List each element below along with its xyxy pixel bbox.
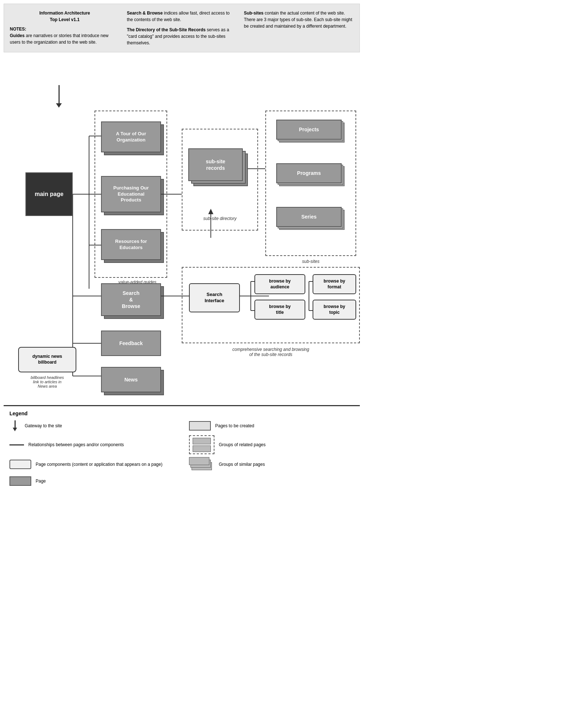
browse-topic-label: browse bytopic xyxy=(323,304,345,315)
legend-item-page-components: Page components (content or application … xyxy=(9,457,174,472)
legend-dashed-inner-2 xyxy=(193,445,211,452)
subsites-label: sub-sites xyxy=(265,259,356,264)
arrow-line xyxy=(59,85,60,103)
legend-line-icon xyxy=(9,444,24,445)
legend-title: Legend xyxy=(9,411,354,416)
legend-white-box-icon xyxy=(9,460,31,469)
series-box[interactable]: Series xyxy=(276,207,342,227)
notes-col-1: Information ArchitectureTop Level v1.1 N… xyxy=(10,10,120,46)
legend-gray-box-icon xyxy=(9,476,31,486)
legend-page-components-text: Page components (content or application … xyxy=(36,462,162,467)
notes-col-2: Search & Browse indices allow fast, dire… xyxy=(127,10,237,46)
search-browse-label: Search&Browse xyxy=(122,290,140,310)
browse-title-box[interactable]: browse bytitle xyxy=(254,300,305,320)
legend-white-box xyxy=(9,460,31,469)
guide-box-tour[interactable]: A Tour of OurOrganization xyxy=(101,121,161,152)
legend-pages-create-text: Pages to be created xyxy=(215,423,254,428)
legend-arrow-line xyxy=(15,420,16,428)
browse-topic-box[interactable]: browse bytopic xyxy=(313,300,356,320)
programs-label: Programs xyxy=(297,170,321,176)
legend-horiz-line xyxy=(9,444,24,445)
notes-col3-p1: Sub-sites contain the actual content of … xyxy=(244,10,354,29)
notes-title: Information ArchitectureTop Level v1.1 xyxy=(10,10,120,23)
feedback-label: Feedback xyxy=(119,340,143,347)
main-page-box[interactable]: main page xyxy=(25,172,73,216)
projects-label: Projects xyxy=(299,126,319,133)
browse-format-box[interactable]: browse byformat xyxy=(313,274,356,294)
legend-dashed-group-icon xyxy=(189,435,214,454)
legend-dashed-inner-1 xyxy=(193,438,211,444)
subsites-bold: Sub-sites xyxy=(244,11,264,16)
programs-box[interactable]: Programs xyxy=(276,163,342,183)
search-caption: comprehensive searching and browsingof t… xyxy=(182,347,360,357)
news-box[interactable]: News xyxy=(101,367,161,392)
gateway-arrow xyxy=(55,85,63,108)
guides-bold: Guides xyxy=(10,33,25,38)
search-browse-bold: Search & Browse xyxy=(127,11,163,16)
subsite-records-label: sub-siterecords xyxy=(206,158,225,171)
dynamic-news-label: dynamic newsbillboard xyxy=(32,354,62,365)
guide-tour-label: A Tour of OurOrganization xyxy=(116,131,146,143)
guide-box-educators[interactable]: Resources forEducators xyxy=(101,229,161,260)
legend-item-groups-similar: Groups of similar pages xyxy=(189,457,354,472)
subsite-records-box[interactable]: sub-siterecords xyxy=(188,148,243,181)
search-interface-box[interactable]: SearchInterface xyxy=(189,283,240,312)
legend-light-box-icon xyxy=(189,421,211,431)
legend-gray-box xyxy=(9,476,31,486)
notes-section: Information ArchitectureTop Level v1.1 N… xyxy=(4,4,360,52)
directory-bold: The Directory of the Sub-Site Records xyxy=(127,27,206,32)
legend-relationships-text: Relationships between pages and/or compo… xyxy=(28,442,124,447)
legend-groups-related-text: Groups of related pages xyxy=(219,442,266,447)
dynamic-news-caption: billboard headlineslink to articles inNe… xyxy=(11,375,84,388)
legend-item-page: Page xyxy=(9,475,174,488)
arrow-head xyxy=(56,103,62,108)
notes-col-3: Sub-sites contain the actual content of … xyxy=(244,10,354,46)
legend-gateway-text: Gateway to the site xyxy=(25,423,62,428)
legend-item-groups-related: Groups of related pages xyxy=(189,435,354,454)
guide-box-purchasing[interactable]: Purchasing OurEducationalProducts xyxy=(101,176,161,212)
legend-stack-page-1 xyxy=(189,457,209,465)
notes-col2-p2: The Directory of the Sub-Site Records se… xyxy=(127,27,237,46)
legend-item-pages-to-create: Pages to be created xyxy=(189,419,354,432)
feedback-box[interactable]: Feedback xyxy=(101,331,161,356)
diagram-section: main page dynamic newsbillboard billboar… xyxy=(4,56,360,401)
legend-item-relationships: Relationships between pages and/or compo… xyxy=(9,435,174,454)
legend-stack-icon xyxy=(189,457,214,472)
series-label: Series xyxy=(301,213,317,220)
browse-title-label: browse bytitle xyxy=(269,304,290,315)
legend-item-gateway: Gateway to the site xyxy=(9,419,174,432)
legend-grid: Gateway to the site Pages to be created … xyxy=(9,419,354,488)
legend-light-box xyxy=(189,421,211,431)
legend-groups-similar-text: Groups of similar pages xyxy=(219,462,265,467)
legend-stack-box xyxy=(189,457,214,472)
browse-audience-box[interactable]: browse byaudience xyxy=(254,274,305,294)
notes-col2-p1: Search & Browse indices allow fast, dire… xyxy=(127,10,237,23)
dynamic-news-billboard[interactable]: dynamic newsbillboard xyxy=(18,347,76,372)
guide-educators-label: Resources forEducators xyxy=(115,239,147,251)
search-browse-box[interactable]: Search&Browse xyxy=(101,283,161,316)
legend-arrow-head xyxy=(13,428,17,431)
legend-dashed-group-box xyxy=(189,435,214,454)
search-interface-label: SearchInterface xyxy=(205,292,224,304)
notes-label: NOTES: xyxy=(10,27,26,32)
browse-format-label: browse byformat xyxy=(323,279,345,290)
projects-box[interactable]: Projects xyxy=(276,120,342,140)
browse-audience-label: browse byaudience xyxy=(269,279,290,290)
legend-gateway-arrow-icon xyxy=(9,420,20,431)
legend-page-text: Page xyxy=(36,479,46,484)
legend-section: Legend Gateway to the site Pages to be c… xyxy=(4,405,360,492)
notes-guides-text: are narratives or stories that introduce… xyxy=(10,33,108,45)
guide-purchasing-label: Purchasing OurEducationalProducts xyxy=(113,185,149,204)
news-label: News xyxy=(124,376,138,383)
subsite-directory-label: sub-site directory xyxy=(182,216,258,221)
